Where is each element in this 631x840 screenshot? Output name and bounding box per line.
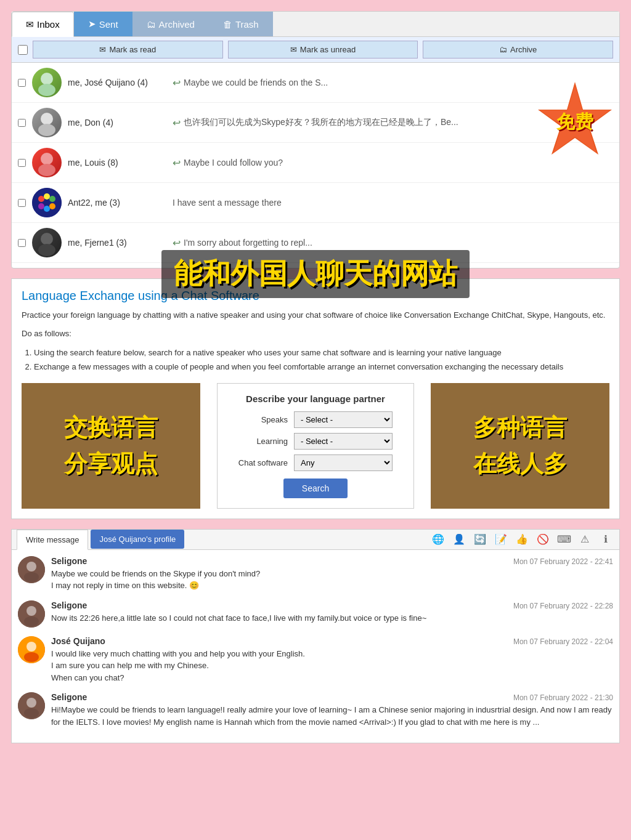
- message-header: Seligone Mon 07 February 2022 - 22:28: [51, 600, 613, 610]
- tab-write-message[interactable]: Write message: [17, 530, 88, 550]
- chat-software-select[interactable]: Any: [294, 454, 393, 471]
- chat-message: Seligone Mon 07 February 2022 - 22:28 No…: [18, 600, 613, 628]
- inbox-icon: ✉: [26, 19, 34, 30]
- message-body: José Quijano Mon 07 February 2022 - 22:0…: [51, 636, 613, 684]
- learning-select[interactable]: - Select -: [294, 433, 393, 450]
- email-checkbox[interactable]: [18, 199, 26, 207]
- email-sender: me, Fjerne1 (3): [68, 238, 166, 248]
- email-checkbox[interactable]: [18, 79, 26, 87]
- message-sender: José Quijano: [51, 636, 105, 646]
- email-row[interactable]: me, José Quijano (4) ↩ Maybe we could be…: [12, 63, 619, 103]
- select-all-checkbox[interactable]: [18, 45, 28, 55]
- svg-point-13: [44, 206, 50, 212]
- chat-tab-left: Write message José Quijano's profile: [17, 530, 184, 549]
- email-snippet: ↩ Maybe we could be friends on the S...: [173, 77, 328, 89]
- message-text: Now its 22:26 here,a little late so I co…: [51, 612, 613, 624]
- svg-point-1: [38, 84, 55, 96]
- tab-sent[interactable]: ➤ Sent: [74, 12, 132, 36]
- sent-icon: ➤: [88, 18, 96, 30]
- left-promo-text-2: 分享观点: [64, 448, 158, 480]
- message-time: Mon 07 February 2022 - 21:30: [513, 693, 613, 702]
- svg-point-15: [38, 244, 55, 256]
- tab-profile[interactable]: José Quijano's profile: [91, 530, 184, 549]
- step-1: Using the search feature below, search f…: [34, 345, 609, 360]
- unread-icon: ✉: [290, 45, 297, 54]
- email-row[interactable]: me, Fjerne1 (3) ↩ I'm sorry about forget…: [12, 223, 619, 263]
- language-section-title: Language Exchange using a Chat Software: [22, 289, 609, 303]
- email-snippet: I have sent a message there: [173, 198, 282, 208]
- message-header: Seligone Mon 07 February 2022 - 21:30: [51, 692, 613, 702]
- message-sender: Seligone: [51, 600, 87, 610]
- archive-button[interactable]: 🗂 Archive: [423, 41, 613, 59]
- reply-icon: ↩: [173, 77, 181, 89]
- svg-point-3: [41, 113, 53, 125]
- speaks-select[interactable]: - Select -: [294, 411, 393, 428]
- svg-point-23: [24, 616, 39, 626]
- mark-read-button[interactable]: ✉ Mark as read: [33, 41, 223, 59]
- warning-icon[interactable]: ⚠: [576, 531, 593, 548]
- svg-point-28: [26, 698, 36, 708]
- email-sender: me, Don (4): [68, 118, 166, 127]
- chat-software-label: Chat software: [232, 458, 288, 467]
- email-row[interactable]: Ant22, me (3) I have sent a message ther…: [12, 183, 619, 223]
- svg-point-26: [24, 652, 39, 662]
- info-icon[interactable]: ℹ: [597, 531, 614, 548]
- refresh-icon[interactable]: 🔄: [471, 531, 489, 548]
- svg-point-20: [24, 572, 39, 582]
- edit-icon[interactable]: 📝: [492, 531, 510, 548]
- svg-point-19: [26, 562, 36, 571]
- chat-toolbar-icons: 🌐 👤 🔄 📝 👍 🚫 ⌨ ⚠ ℹ: [429, 531, 614, 548]
- tab-sent-label: Sent: [99, 19, 118, 30]
- email-sender: Ant22, me (3): [68, 198, 166, 208]
- svg-point-8: [38, 196, 44, 202]
- svg-point-11: [38, 203, 44, 209]
- tab-inbox[interactable]: ✉ Inbox: [12, 12, 74, 37]
- right-promo-text-2: 在线人多: [473, 448, 567, 480]
- step-2: Exchange a few messages with a couple of…: [34, 360, 609, 374]
- mark-unread-button[interactable]: ✉ Mark as unread: [228, 41, 418, 59]
- keyboard-icon[interactable]: ⌨: [555, 531, 572, 548]
- archive-icon: 🗂: [147, 19, 156, 30]
- avatar: [32, 188, 62, 217]
- block-icon[interactable]: 🚫: [534, 531, 552, 548]
- message-time: Mon 07 February 2022 - 22:41: [513, 557, 613, 566]
- tab-inbox-label: Inbox: [37, 19, 60, 30]
- svg-point-29: [24, 708, 39, 718]
- svg-point-9: [44, 193, 50, 200]
- message-body: Seligone Mon 07 February 2022 - 22:28 No…: [51, 600, 613, 624]
- message-text: Hi!Maybe we could be friends to learn la…: [51, 704, 613, 728]
- chat-message: José Quijano Mon 07 February 2022 - 22:0…: [18, 636, 613, 684]
- reply-icon: ↩: [173, 237, 181, 249]
- email-row[interactable]: me, Louis (8) ↩ Maybe I could follow you…: [12, 143, 619, 183]
- thumbsup-icon[interactable]: 👍: [513, 531, 531, 548]
- read-icon: ✉: [99, 45, 106, 54]
- email-row[interactable]: me, Don (4) ↩ 也许我们可以先成为Skype好友？我所在的地方现在已…: [12, 103, 619, 143]
- svg-point-10: [49, 196, 55, 202]
- tab-archived[interactable]: 🗂 Archived: [132, 12, 209, 36]
- chat-message: Seligone Mon 07 February 2022 - 21:30 Hi…: [18, 692, 613, 728]
- learning-label: Learning: [232, 437, 288, 446]
- tab-trash[interactable]: 🗑 Trash: [209, 12, 273, 36]
- message-sender: Seligone: [51, 556, 87, 566]
- svg-point-12: [49, 203, 55, 209]
- right-promo-block: 多种语言 在线人多: [431, 383, 609, 509]
- email-checkbox[interactable]: [18, 239, 26, 247]
- search-button[interactable]: Search: [283, 479, 348, 498]
- email-sender: me, Louis (8): [68, 158, 166, 168]
- user-icon[interactable]: 👤: [450, 531, 468, 548]
- reply-icon: ↩: [173, 157, 181, 169]
- svg-point-0: [41, 73, 53, 85]
- globe-icon[interactable]: 🌐: [429, 531, 447, 548]
- email-section: ✉ Inbox ➤ Sent 🗂 Archived 🗑 Trash ✉ Mark…: [11, 11, 620, 269]
- email-checkbox[interactable]: [18, 159, 26, 167]
- email-snippet: ↩ I'm sorry about forgetting to repl...: [173, 237, 312, 249]
- message-time: Mon 07 February 2022 - 22:04: [513, 637, 613, 646]
- chat-software-row: Chat software Any: [232, 454, 399, 471]
- email-sender: me, José Quijano (4): [68, 78, 166, 87]
- avatar: [18, 636, 45, 663]
- email-checkbox[interactable]: [18, 119, 26, 127]
- partner-form: Describe your language partner Speaks - …: [217, 383, 414, 509]
- right-promo-text-1: 多种语言: [473, 412, 567, 443]
- chat-message: Seligone Mon 07 February 2022 - 22:41 Ma…: [18, 556, 613, 592]
- tab-trash-label: Trash: [235, 19, 259, 30]
